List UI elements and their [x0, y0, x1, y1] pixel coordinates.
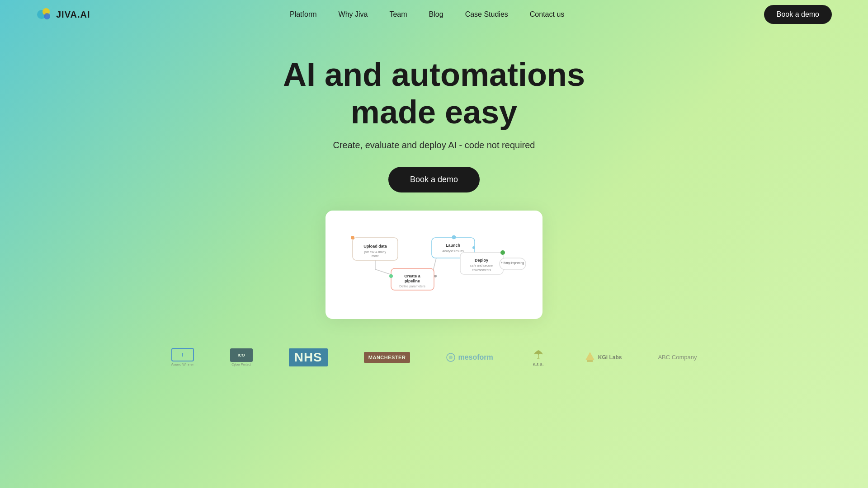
svg-marker-42: [585, 352, 594, 360]
hero-title: AI and automations made easy: [283, 56, 585, 131]
svg-point-38: [449, 356, 453, 359]
svg-point-2: [44, 13, 50, 19]
svg-point-31: [500, 250, 505, 255]
logo-icon: [36, 6, 52, 23]
svg-rect-43: [587, 360, 593, 362]
pipeline-diagram: Upload data pdf csv & many more Create a…: [339, 224, 529, 305]
nav-case-studies[interactable]: Case Studies: [465, 10, 508, 18]
svg-text:Launch: Launch: [446, 243, 460, 248]
nav-links: Platform Why Jiva Team Blog Case Studies…: [290, 10, 564, 19]
hero-book-demo-button[interactable]: Book a demo: [388, 167, 480, 192]
svg-text:environments: environments: [472, 268, 491, 272]
svg-text:Create a: Create a: [404, 274, 421, 278]
svg-text:safe and secure: safe and secure: [470, 264, 493, 267]
pipeline-diagram-card: Upload data pdf csv & many more Create a…: [326, 211, 542, 319]
nav-why-jiva[interactable]: Why Jiva: [339, 10, 368, 18]
logo-kgi: KGi Labs: [584, 346, 622, 369]
logo-nhs: NHS: [289, 346, 328, 369]
mesoform-icon: [446, 353, 455, 362]
svg-text:Deploy: Deploy: [475, 258, 488, 263]
logo-ico: ICO Cyber Protect: [230, 346, 253, 369]
svg-point-21: [389, 274, 393, 278]
navbar: JIVA.AI Platform Why Jiva Team Blog Case…: [0, 0, 868, 29]
nav-contact[interactable]: Contact us: [530, 10, 564, 18]
logo-aru: a.r.u.: [529, 346, 547, 369]
logo-last: ABC Company: [658, 346, 697, 369]
logo-manchester: Manchester: [364, 346, 410, 369]
hero-subtitle: Create, evaluate and deploy AI - code no…: [333, 140, 535, 150]
logos-section: f Award Winner ICO Cyber Protect NHS Man…: [0, 346, 868, 369]
svg-point-26: [452, 235, 456, 239]
svg-point-10: [434, 275, 437, 277]
logo-link[interactable]: JIVA.AI: [36, 6, 90, 23]
svg-text:+ Keep improving: + Keep improving: [501, 261, 524, 265]
svg-point-29: [472, 246, 475, 249]
nav-platform[interactable]: Platform: [290, 10, 317, 18]
aru-bird-icon: [529, 348, 547, 361]
logo-text: JIVA.AI: [56, 9, 90, 20]
svg-text:Define parameters: Define parameters: [399, 285, 425, 288]
svg-text:pdf csv & many: pdf csv & many: [364, 250, 386, 254]
svg-text:pipeline: pipeline: [405, 279, 420, 283]
svg-point-16: [351, 236, 354, 239]
svg-text:Upload data: Upload data: [363, 244, 387, 249]
logo-facebook-award: f Award Winner: [171, 346, 194, 369]
nav-team[interactable]: Team: [389, 10, 407, 18]
logo-mesoform: mesoform: [446, 346, 493, 369]
nav-blog[interactable]: Blog: [429, 10, 443, 18]
svg-text:more: more: [372, 254, 379, 258]
kgi-icon: [584, 351, 596, 364]
hero-section: AI and automations made easy Create, eva…: [0, 29, 868, 319]
nav-book-demo-button[interactable]: Book a demo: [764, 5, 832, 24]
svg-text:Analyse results: Analyse results: [442, 249, 464, 253]
